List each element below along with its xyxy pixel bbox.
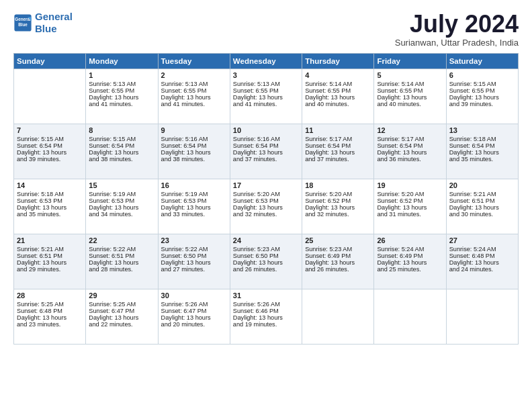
logo: General Blue General Blue [13,11,73,35]
day-info: Daylight: 13 hours [161,149,227,156]
day-info: Daylight: 13 hours [17,149,83,156]
day-info: Sunrise: 5:25 AM [89,301,154,308]
day-info: and 29 minutes. [17,266,83,273]
day-number: 24 [233,236,299,244]
day-number: 9 [161,126,227,134]
day-info: Sunrise: 5:20 AM [377,191,443,197]
day-info: Daylight: 13 hours [233,204,299,211]
day-info: Sunrise: 5:22 AM [89,246,154,253]
calendar-table: SundayMondayTuesdayWednesdayThursdayFrid… [13,53,519,345]
day-info: Sunset: 6:54 PM [17,142,83,149]
title-block: July 2024 Surianwan, Uttar Pradesh, Indi… [395,11,519,48]
calendar-cell: 24Sunrise: 5:23 AMSunset: 6:50 PMDayligh… [230,234,302,289]
day-info: and 35 minutes. [449,156,515,163]
day-info: Sunrise: 5:20 AM [305,191,371,197]
location: Surianwan, Uttar Pradesh, India [395,38,519,48]
calendar-cell: 6Sunrise: 5:15 AMSunset: 6:55 PMDaylight… [446,68,518,124]
day-info: and 35 minutes. [17,211,83,218]
day-number: 1 [89,71,154,79]
day-info: and 19 minutes. [233,321,299,328]
day-number: 30 [161,291,227,300]
day-info: Sunset: 6:53 PM [17,197,83,204]
calendar-body: 1Sunrise: 5:13 AMSunset: 6:55 PMDaylight… [14,68,519,344]
calendar-cell: 1Sunrise: 5:13 AMSunset: 6:55 PMDaylight… [86,68,158,124]
day-info: Sunrise: 5:18 AM [449,136,515,142]
day-info: and 26 minutes. [305,266,371,273]
day-info: Daylight: 13 hours [17,204,83,211]
day-info: Sunset: 6:51 PM [89,253,154,259]
day-info: Sunset: 6:55 PM [449,87,515,94]
calendar-cell: 31Sunrise: 5:26 AMSunset: 6:46 PMDayligh… [230,289,302,344]
day-info: Sunrise: 5:15 AM [449,81,515,87]
calendar-cell: 3Sunrise: 5:13 AMSunset: 6:55 PMDaylight… [230,68,302,124]
day-info: Sunset: 6:54 PM [449,142,515,149]
day-info: Sunset: 6:46 PM [233,308,299,314]
day-number: 20 [449,181,515,189]
day-info: and 20 minutes. [161,321,227,328]
day-number: 14 [17,181,83,189]
day-info: and 26 minutes. [233,266,299,273]
calendar-cell: 11Sunrise: 5:17 AMSunset: 6:54 PMDayligh… [302,124,374,179]
svg-text:Blue: Blue [18,22,28,27]
day-info: Sunset: 6:55 PM [377,87,443,94]
calendar-header: SundayMondayTuesdayWednesdayThursdayFrid… [14,53,519,68]
day-number: 12 [377,126,443,134]
day-info: Daylight: 13 hours [377,259,443,266]
day-number: 28 [17,291,83,300]
day-info: Daylight: 13 hours [233,149,299,156]
day-info: Sunset: 6:52 PM [305,197,371,204]
day-number: 10 [233,126,299,134]
day-info: Sunset: 6:53 PM [161,197,227,204]
calendar-cell: 2Sunrise: 5:13 AMSunset: 6:55 PMDaylight… [158,68,230,124]
calendar-cell: 17Sunrise: 5:20 AMSunset: 6:53 PMDayligh… [230,179,302,234]
calendar-cell: 13Sunrise: 5:18 AMSunset: 6:54 PMDayligh… [446,124,518,179]
header-row: SundayMondayTuesdayWednesdayThursdayFrid… [14,53,519,68]
day-info: and 32 minutes. [233,211,299,218]
day-info: Daylight: 13 hours [377,204,443,211]
day-info: Sunrise: 5:21 AM [17,246,83,253]
day-info: Sunrise: 5:18 AM [17,191,83,197]
calendar-cell: 20Sunrise: 5:21 AMSunset: 6:51 PMDayligh… [446,179,518,234]
day-number: 25 [305,236,371,244]
day-info: Sunrise: 5:17 AM [377,136,443,142]
day-info: and 38 minutes. [89,156,154,163]
day-info: Sunrise: 5:19 AM [161,191,227,197]
day-info: Daylight: 13 hours [377,149,443,156]
day-info: and 41 minutes. [233,101,299,107]
day-info: Daylight: 13 hours [377,94,443,101]
day-info: Daylight: 13 hours [89,94,154,101]
day-number: 18 [305,181,371,189]
day-info: Daylight: 13 hours [17,314,83,321]
day-info: and 28 minutes. [89,266,154,273]
day-info: Daylight: 13 hours [305,94,371,101]
day-info: Daylight: 13 hours [89,204,154,211]
day-info: and 40 minutes. [305,101,371,107]
day-info: Sunset: 6:55 PM [233,87,299,94]
day-info: Sunrise: 5:23 AM [305,246,371,253]
day-info: Sunset: 6:55 PM [305,87,371,94]
calendar-cell: 30Sunrise: 5:26 AMSunset: 6:47 PMDayligh… [158,289,230,344]
column-header-thursday: Thursday [302,53,374,68]
day-number: 6 [449,71,515,79]
column-header-sunday: Sunday [14,53,86,68]
day-number: 8 [89,126,154,134]
day-number: 22 [89,236,154,244]
day-info: Sunrise: 5:20 AM [233,191,299,197]
day-info: Daylight: 13 hours [89,314,154,321]
day-info: Daylight: 13 hours [449,149,515,156]
day-info: Sunset: 6:53 PM [233,197,299,204]
calendar-cell: 25Sunrise: 5:23 AMSunset: 6:49 PMDayligh… [302,234,374,289]
day-info: Sunrise: 5:26 AM [161,301,227,308]
week-row-4: 21Sunrise: 5:21 AMSunset: 6:51 PMDayligh… [14,234,519,289]
day-info: Sunset: 6:47 PM [89,308,154,314]
day-info: and 37 minutes. [305,156,371,163]
day-info: and 33 minutes. [161,211,227,218]
day-info: Sunrise: 5:22 AM [161,246,227,253]
day-info: Sunset: 6:53 PM [89,197,154,204]
day-info: Sunset: 6:50 PM [233,253,299,259]
day-info: Daylight: 13 hours [161,259,227,266]
calendar-cell: 23Sunrise: 5:22 AMSunset: 6:50 PMDayligh… [158,234,230,289]
column-header-saturday: Saturday [446,53,518,68]
day-number: 17 [233,181,299,189]
day-info: Sunrise: 5:14 AM [377,81,443,87]
